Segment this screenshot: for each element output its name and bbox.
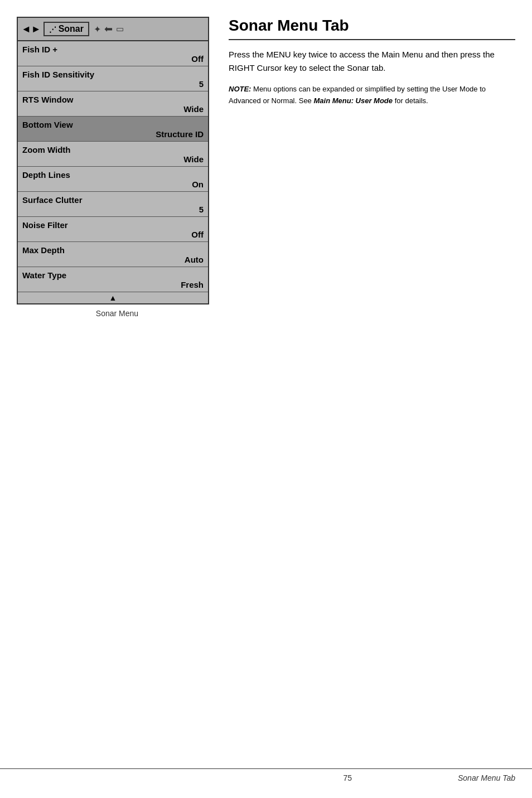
rts-window-label: RTS Window [22, 95, 204, 104]
note-bold: Main Menu: User Mode [313, 96, 393, 105]
water-type-label: Water Type [22, 270, 204, 280]
bottom-view-value: Structure ID [22, 129, 204, 139]
menu-item-fish-id-sensitivity[interactable]: Fish ID Sensitivity 5 [18, 66, 208, 91]
fish-id-sensitivity-label: Fish ID Sensitivity [22, 70, 204, 79]
menu-item-zoom-width[interactable]: Zoom Width Wide [18, 142, 208, 167]
scroll-up-icon: ▲ [109, 293, 117, 302]
left-panel: ◄► ⋰ Sonar ✦ ⬅ ▭ Fish ID + Off Fish ID S… [17, 17, 217, 318]
menu-item-depth-lines[interactable]: Depth Lines On [18, 167, 208, 192]
fish-id-label: Fish ID + [22, 45, 204, 54]
menu-item-water-type[interactable]: Water Type Fresh [18, 267, 208, 292]
sonar-tab[interactable]: ⋰ Sonar [43, 22, 89, 36]
note-end: for details. [393, 96, 428, 105]
noise-filter-label: Noise Filter [22, 220, 204, 230]
fish-id-value: Off [22, 54, 204, 64]
menu-item-rts-window[interactable]: RTS Window Wide [18, 91, 208, 117]
note-label: NOTE: [229, 85, 251, 93]
surface-clutter-value: 5 [22, 205, 204, 214]
zoom-width-value: Wide [22, 154, 204, 164]
bottom-view-label: Bottom View [22, 120, 204, 129]
nav-icon: ◄► [21, 23, 41, 35]
settings-icon[interactable]: ✦ [94, 24, 101, 35]
tab-bar: ◄► ⋰ Sonar ✦ ⬅ ▭ [18, 18, 208, 41]
sonar-tab-label: Sonar [59, 24, 84, 34]
device-caption: Sonar Menu [17, 309, 217, 318]
back-icon[interactable]: ⬅ [104, 23, 113, 35]
device-screen: ◄► ⋰ Sonar ✦ ⬅ ▭ Fish ID + Off Fish ID S… [17, 17, 209, 304]
page-title: Sonar Menu Tab [229, 17, 515, 40]
depth-lines-label: Depth Lines [22, 170, 204, 180]
menu-item-fish-id[interactable]: Fish ID + Off [18, 41, 208, 66]
max-depth-label: Max Depth [22, 245, 204, 255]
footer-page-number: 75 [238, 773, 458, 782]
footer-section-label: Sonar Menu Tab [458, 773, 515, 782]
max-depth-value: Auto [22, 255, 204, 264]
camera-icon[interactable]: ▭ [116, 24, 124, 34]
sonar-fish-icon: ⋰ [49, 25, 56, 33]
scroll-indicator: ▲ [18, 292, 208, 303]
menu-item-surface-clutter[interactable]: Surface Clutter 5 [18, 192, 208, 217]
water-type-value: Fresh [22, 280, 204, 289]
description-main: Press the MENU key twice to access the M… [229, 48, 515, 75]
menu-item-noise-filter[interactable]: Noise Filter Off [18, 217, 208, 242]
noise-filter-value: Off [22, 230, 204, 239]
fish-id-sensitivity-value: 5 [22, 79, 204, 89]
menu-item-bottom-view[interactable]: Bottom View Structure ID [18, 117, 208, 142]
menu-item-max-depth[interactable]: Max Depth Auto [18, 242, 208, 267]
footer: 75 Sonar Menu Tab [0, 768, 532, 787]
zoom-width-label: Zoom Width [22, 145, 204, 154]
menu-list: Fish ID + Off Fish ID Sensitivity 5 RTS … [18, 41, 208, 292]
rts-window-value: Wide [22, 104, 204, 114]
surface-clutter-label: Surface Clutter [22, 195, 204, 205]
right-panel: Sonar Menu Tab Press the MENU key twice … [229, 17, 515, 318]
note-text: NOTE: Menu options can be expanded or si… [229, 84, 515, 107]
depth-lines-value: On [22, 180, 204, 189]
